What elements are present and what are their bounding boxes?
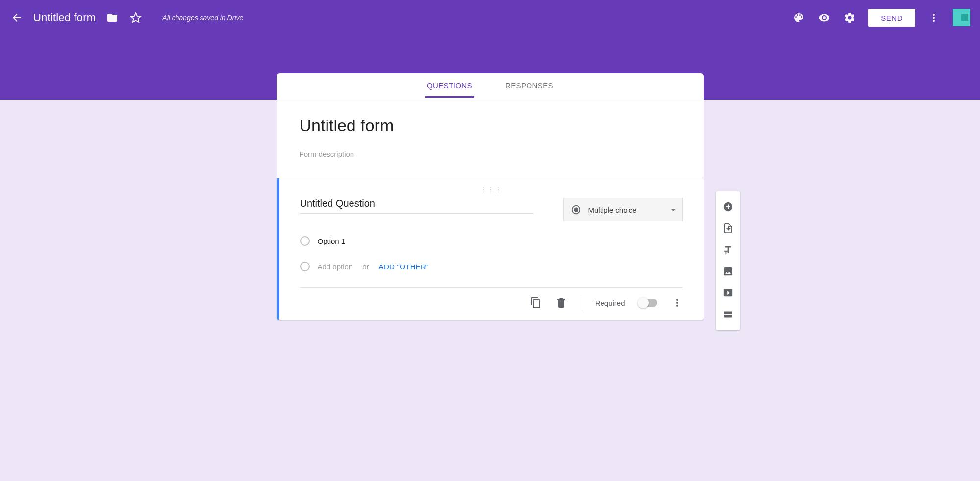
question-type-label: Multiple choice (588, 206, 637, 214)
save-status: All changes saved in Drive (162, 14, 243, 22)
add-section-icon[interactable] (716, 304, 740, 325)
tabs: QUESTIONS RESPONSES (277, 73, 704, 98)
required-toggle[interactable] (639, 299, 657, 307)
form-title-input[interactable]: Untitled form (300, 116, 681, 135)
radio-outline-icon (300, 262, 310, 271)
settings-gear-icon[interactable] (843, 11, 856, 24)
floating-side-toolbar (716, 191, 740, 330)
form-header-card[interactable]: Untitled form Form description (277, 98, 704, 178)
send-button[interactable]: SEND (868, 9, 915, 27)
radio-icon (571, 204, 581, 215)
delete-trash-icon[interactable] (555, 297, 567, 309)
star-icon[interactable] (129, 11, 143, 24)
add-option-button[interactable]: Add option (318, 263, 353, 271)
tab-questions[interactable]: QUESTIONS (425, 73, 474, 98)
radio-outline-icon (300, 236, 310, 246)
dropdown-caret-icon (671, 206, 676, 214)
more-vert-icon[interactable] (927, 11, 941, 24)
toolbar: Untitled form All changes saved in Drive… (0, 0, 980, 35)
drag-handle-icon[interactable]: ⋮⋮⋮ (300, 183, 683, 198)
preview-eye-icon[interactable] (817, 11, 831, 24)
svg-point-0 (574, 207, 578, 212)
import-questions-icon[interactable] (716, 217, 740, 239)
add-title-icon[interactable] (716, 239, 740, 261)
add-question-icon[interactable] (716, 196, 740, 217)
question-footer: Required (300, 287, 683, 320)
folder-icon[interactable] (105, 11, 119, 24)
form-editor: QUESTIONS RESPONSES Untitled form Form d… (277, 73, 704, 320)
add-video-icon[interactable] (716, 282, 740, 304)
add-other-button[interactable]: ADD "OTHER" (379, 263, 429, 271)
or-text: or (362, 263, 369, 271)
duplicate-icon[interactable] (530, 297, 542, 309)
document-title[interactable]: Untitled form (33, 11, 96, 24)
add-image-icon[interactable] (716, 261, 740, 282)
question-type-select[interactable]: Multiple choice (563, 198, 683, 221)
footer-divider (581, 294, 581, 311)
back-arrow-icon[interactable] (10, 11, 24, 24)
required-label: Required (595, 299, 625, 307)
question-more-icon[interactable] (671, 297, 683, 309)
option-row[interactable]: Option 1 (300, 236, 683, 246)
option-text-input[interactable]: Option 1 (318, 237, 346, 245)
question-card[interactable]: ⋮⋮⋮ Untitled Question Multiple choice Op… (277, 178, 704, 320)
tab-responses[interactable]: RESPONSES (503, 73, 555, 98)
form-description-input[interactable]: Form description (300, 150, 681, 158)
question-title-input[interactable]: Untitled Question (300, 198, 534, 214)
options-list: Option 1 Add option or ADD "OTHER" (300, 236, 683, 271)
add-option-row: Add option or ADD "OTHER" (300, 262, 683, 271)
account-avatar[interactable] (953, 9, 970, 26)
palette-icon[interactable] (792, 11, 805, 24)
